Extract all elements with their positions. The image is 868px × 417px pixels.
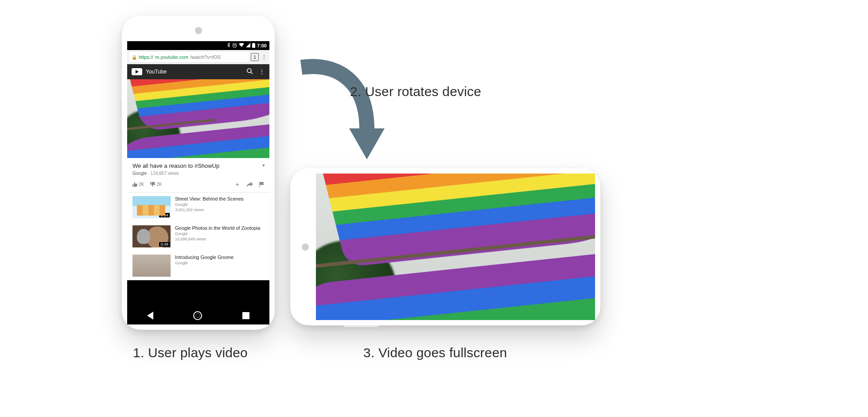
like-button[interactable]: 2K — [132, 182, 144, 187]
home-button-icon[interactable] — [193, 311, 202, 320]
recents-button-icon[interactable] — [242, 312, 249, 319]
svg-marker-5 — [349, 128, 385, 159]
suggested-row[interactable]: Introducing Google Gnome Google — [127, 251, 269, 280]
url-domain: m.youtube.com — [155, 54, 188, 60]
phone-landscape-frame — [290, 168, 600, 325]
cell-signal-icon — [246, 43, 250, 48]
suggested-channel: Google — [175, 202, 244, 207]
suggested-thumbnail: 1:54 — [132, 196, 171, 218]
video-player[interactable] — [127, 79, 269, 158]
alarm-icon — [232, 43, 237, 49]
suggested-thumbnail — [132, 255, 171, 277]
suggested-title: Introducing Google Gnome — [175, 255, 234, 260]
suggested-thumbnail: 0:48 — [132, 225, 171, 247]
video-subline: Google · 124,667 views — [132, 171, 264, 176]
search-icon[interactable] — [245, 68, 255, 76]
suggested-title: Google Photos in the World of Zootopia — [175, 225, 260, 231]
youtube-brand-text: YouTube — [146, 69, 241, 75]
add-to-button[interactable]: ＋ — [234, 180, 241, 189]
suggested-channel: Google — [175, 261, 234, 265]
svg-line-4 — [251, 72, 253, 74]
url-input[interactable]: 🔒 https://m.youtube.com/watch?v=IOS — [129, 52, 249, 62]
suggested-videos-list: 1:54 Street View: Behind the Scenes Goog… — [127, 193, 269, 280]
video-meta-panel: We all have a reason to #ShowUp Google ·… — [127, 158, 269, 193]
caption-step-2: 2. User rotates device — [350, 84, 481, 99]
svg-point-3 — [247, 69, 251, 73]
suggested-views: 13,098,648 views — [175, 237, 260, 241]
status-bar-time: 7:00 — [257, 43, 267, 48]
phone-portrait-frame: 7:00 🔒 https://m.youtube.com/watch?v=IOS… — [122, 15, 275, 330]
url-protocol: https:// — [139, 54, 153, 60]
suggested-title: Street View: Behind the Scenes — [175, 196, 244, 201]
phone-side-button — [343, 325, 379, 327]
youtube-logo-icon[interactable] — [132, 68, 142, 75]
rotation-arrow-icon — [292, 50, 390, 165]
report-button[interactable] — [259, 182, 264, 187]
expand-description-icon[interactable]: ▾ — [262, 162, 265, 168]
suggested-row[interactable]: 0:48 Google Photos in the World of Zooto… — [127, 222, 269, 251]
phone-screen-landscape — [316, 174, 595, 320]
video-actions-row: 2K 2K ＋ — [132, 180, 264, 189]
video-channel[interactable]: Google — [132, 171, 147, 176]
video-frame-image — [127, 79, 269, 158]
battery-icon — [252, 43, 255, 49]
tab-switcher-button[interactable]: 1 — [251, 53, 259, 61]
dislike-button[interactable]: 2K — [150, 182, 162, 187]
url-path: /watch?v=IOS — [190, 54, 221, 60]
suggested-channel: Google — [175, 232, 260, 236]
phone-side-button — [120, 69, 122, 100]
android-status-bar: 7:00 — [127, 41, 269, 50]
android-nav-bar — [127, 307, 269, 324]
phone-earpiece — [302, 243, 309, 251]
youtube-header: YouTube ⋮ — [127, 64, 269, 79]
bluetooth-icon — [227, 42, 230, 49]
youtube-more-icon[interactable]: ⋮ — [259, 69, 265, 75]
share-button[interactable] — [247, 182, 253, 187]
suggested-duration: 0:48 — [159, 242, 170, 247]
fullscreen-video-frame[interactable] — [316, 174, 595, 320]
video-views: 124,667 views — [151, 171, 179, 176]
caption-step-3: 3. Video goes fullscreen — [363, 345, 507, 360]
suggested-duration: 1:54 — [159, 213, 170, 217]
caption-step-1: 1. User plays video — [133, 345, 248, 360]
suggested-views: 3,651,202 views — [175, 208, 244, 212]
wifi-icon — [239, 43, 244, 48]
browser-url-bar: 🔒 https://m.youtube.com/watch?v=IOS 1 ⋮ — [127, 50, 269, 64]
phone-screen-portrait: 7:00 🔒 https://m.youtube.com/watch?v=IOS… — [127, 41, 269, 324]
svg-rect-1 — [252, 43, 255, 48]
video-title: We all have a reason to #ShowUp — [132, 162, 264, 169]
phone-earpiece — [195, 27, 202, 34]
browser-menu-button[interactable]: ⋮ — [261, 54, 268, 60]
svg-rect-2 — [253, 43, 254, 44]
back-button-icon[interactable] — [147, 312, 153, 320]
suggested-row[interactable]: 1:54 Street View: Behind the Scenes Goog… — [127, 193, 269, 222]
lock-icon: 🔒 — [132, 55, 137, 60]
